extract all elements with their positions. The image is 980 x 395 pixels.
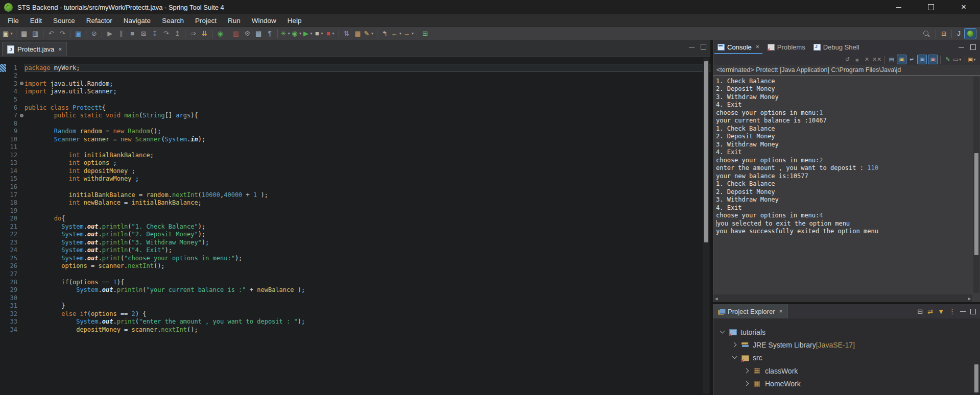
show-stdout-button[interactable]: ▣: [917, 55, 927, 64]
code-line-14[interactable]: 14 int depositMoney ;: [0, 167, 710, 175]
step-return-button[interactable]: ↥: [172, 29, 182, 39]
console-output[interactable]: 1. Check Balance2. Deposit Money3. Withd…: [713, 76, 980, 302]
tree-item-src[interactable]: src: [713, 352, 980, 364]
code-line-29[interactable]: 29 System.out.println("your current bala…: [0, 286, 710, 294]
maximize-editor-button[interactable]: [701, 44, 706, 50]
code-line-31[interactable]: 31 }: [0, 302, 710, 310]
close-tab-icon[interactable]: ×: [58, 46, 62, 53]
minimize-explorer-button[interactable]: [960, 311, 966, 312]
chevron-right-icon[interactable]: [743, 367, 751, 375]
code-editor[interactable]: 1package myWork;23import java.util.Rando…: [0, 57, 710, 395]
terminate-button[interactable]: ■: [853, 55, 862, 64]
close-console-tab-icon[interactable]: ×: [756, 43, 759, 51]
code-line-17[interactable]: 17 initialBankBalance = random.nextInt(1…: [0, 191, 710, 199]
show-stderr-button[interactable]: ▣: [928, 55, 938, 64]
close-window-button[interactable]: ×: [947, 0, 980, 14]
external-tools-button[interactable]: ⚙: [242, 29, 252, 39]
menu-navigate[interactable]: Navigate: [118, 15, 156, 27]
redo-button[interactable]: ↷: [57, 29, 67, 39]
menu-refactor[interactable]: Refactor: [81, 15, 118, 27]
resume-button[interactable]: ▶: [105, 29, 115, 39]
code-line-16[interactable]: 16: [0, 183, 710, 191]
code-line-32[interactable]: 32 else if(options == 2) {: [0, 310, 710, 318]
chevron-down-icon[interactable]: [731, 354, 739, 362]
coverage-button[interactable]: ▥: [231, 29, 241, 39]
filter-button[interactable]: ▼: [938, 308, 944, 315]
console-vertical-scrollbar[interactable]: [973, 77, 979, 293]
project-explorer-tab[interactable]: Project Explorer ×: [713, 304, 788, 318]
code-line-21[interactable]: 21 System.out.println("1. Check Balance"…: [0, 223, 710, 231]
pin-console-button[interactable]: ✎: [943, 55, 952, 64]
code-line-8[interactable]: 8: [0, 119, 710, 128]
menu-search[interactable]: Search: [156, 15, 189, 27]
console-horizontal-scrollbar[interactable]: ◀ ▶: [713, 294, 972, 302]
code-line-2[interactable]: 2: [0, 72, 710, 80]
code-line-18[interactable]: 18 int newBalance = initialBankBalance;: [0, 199, 710, 207]
code-line-19[interactable]: 19: [0, 207, 710, 215]
maximize-explorer-button[interactable]: [970, 309, 976, 314]
step-filters-button[interactable]: ⇊: [199, 29, 209, 39]
code-line-26[interactable]: 26 options = scanner.nextInt();: [0, 262, 710, 270]
fold-marker-icon[interactable]: [20, 82, 23, 85]
code-line-9[interactable]: 9 Random random = new Random();: [0, 127, 710, 135]
code-line-1[interactable]: 1package myWork;: [0, 64, 710, 72]
menu-file[interactable]: File: [2, 15, 25, 27]
code-line-25[interactable]: 25 System.out.print("choose your options…: [0, 254, 710, 262]
annotate-button[interactable]: ✎▼: [364, 29, 374, 39]
collapse-all-button[interactable]: ⊟: [917, 308, 923, 315]
disconnect-button[interactable]: ⊠: [138, 29, 149, 39]
open-perspective-button[interactable]: ⊞: [939, 29, 949, 39]
dropdown-arrow-icon[interactable]: ▼: [320, 32, 324, 35]
undo-button[interactable]: ↶: [46, 29, 56, 39]
remove-launch-button[interactable]: ✕: [863, 55, 871, 64]
stop-button[interactable]: ■▼: [326, 29, 336, 39]
new-wizard-button[interactable]: ▣▼: [3, 29, 13, 39]
code-line-33[interactable]: 33 System.out.print("enter the amount , …: [0, 318, 710, 326]
fold-margin[interactable]: [19, 114, 25, 117]
dropdown-arrow-icon[interactable]: ▼: [309, 32, 313, 35]
back-button[interactable]: ←▼: [391, 29, 402, 39]
spring-perspective-button[interactable]: [964, 28, 976, 39]
maximize-window-button[interactable]: [915, 0, 947, 14]
dropdown-arrow-icon[interactable]: ▼: [973, 58, 976, 61]
dropdown-arrow-icon[interactable]: ▼: [959, 58, 962, 61]
code-line-3[interactable]: 3import java.util.Random;: [0, 80, 710, 88]
menu-project[interactable]: Project: [189, 15, 222, 27]
scroll-left-icon[interactable]: ◀: [715, 296, 718, 301]
fetch-button[interactable]: ▦: [353, 29, 363, 39]
minimize-console-button[interactable]: [959, 47, 964, 48]
tree-item-jre-system-library[interactable]: JRE System Library [JavaSE-17]: [713, 338, 980, 351]
skip-breakpoints-button[interactable]: ⊘: [89, 29, 99, 39]
dropdown-arrow-icon[interactable]: ▼: [299, 32, 302, 35]
step-into-button[interactable]: ↧: [150, 29, 160, 39]
code-line-28[interactable]: 28 if(options == 1){: [0, 278, 710, 286]
remove-all-launches-button[interactable]: ✕✕: [872, 55, 881, 64]
fold-marker-icon[interactable]: [20, 114, 23, 117]
terminate-button[interactable]: ■: [127, 29, 137, 39]
dropdown-arrow-icon[interactable]: ▼: [399, 32, 402, 35]
code-line-27[interactable]: 27: [0, 270, 710, 278]
minimize-window-button[interactable]: [882, 0, 915, 14]
last-edit-button[interactable]: ↰: [380, 29, 390, 39]
code-line-24[interactable]: 24 System.out.println("4. Exit");: [0, 246, 710, 255]
step-over-button[interactable]: ↷: [161, 29, 171, 39]
editor-tab-protectt[interactable]: J Protectt.java ×: [2, 42, 67, 56]
java-perspective-button[interactable]: J: [954, 29, 963, 39]
code-line-4[interactable]: 4import java.util.Scanner;: [0, 88, 710, 96]
show-whitespace-button[interactable]: ¶: [265, 29, 275, 39]
suspend-button[interactable]: ∥: [116, 29, 126, 39]
chevron-right-icon[interactable]: [743, 380, 751, 388]
explorer-vertical-scrollbar[interactable]: [973, 319, 979, 394]
code-line-20[interactable]: 20 do{: [0, 214, 710, 223]
tree-item-homework[interactable]: HomeWork: [713, 378, 980, 390]
code-line-12[interactable]: 12 int initialBankBalance;: [0, 151, 710, 159]
tree-item-classwork[interactable]: classWork: [713, 364, 980, 377]
code-line-15[interactable]: 15 int withdrawMoney ;: [0, 175, 710, 183]
word-wrap-button[interactable]: ↵: [907, 55, 916, 64]
debug-button[interactable]: ◉▼: [292, 29, 302, 39]
scroll-lock-button[interactable]: ▣: [897, 55, 906, 64]
save-button[interactable]: ▤: [19, 29, 29, 39]
run-to-line-button[interactable]: ⇒: [188, 29, 198, 39]
pin-editor-button[interactable]: ⊞: [420, 29, 430, 39]
dropdown-arrow-icon[interactable]: ▼: [371, 32, 374, 35]
